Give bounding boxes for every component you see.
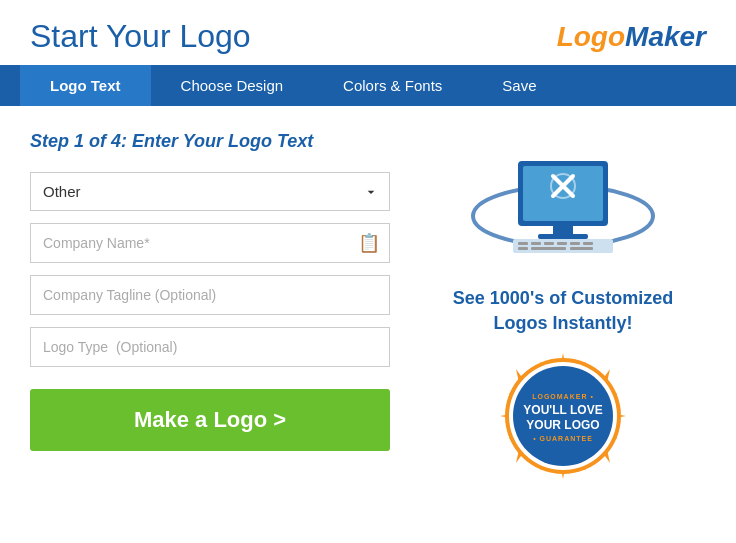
brand-maker-part: Maker bbox=[625, 21, 706, 52]
svg-text:YOUR LOGO: YOUR LOGO bbox=[526, 418, 599, 432]
promo-section: See 1000's of CustomizedLogos Instantly! bbox=[420, 131, 706, 481]
tab-save[interactable]: Save bbox=[472, 65, 566, 106]
svg-rect-13 bbox=[570, 242, 580, 245]
company-name-wrapper: 📋 bbox=[30, 223, 390, 263]
page-title: Start Your Logo bbox=[30, 18, 251, 55]
form-section: Step 1 of 4: Enter Your Logo Text Other … bbox=[30, 131, 390, 481]
svg-text:• GUARANTEE: • GUARANTEE bbox=[533, 435, 593, 442]
tagline-input[interactable] bbox=[30, 275, 390, 315]
main-content: Step 1 of 4: Enter Your Logo Text Other … bbox=[0, 106, 736, 506]
svg-rect-16 bbox=[531, 247, 566, 250]
svg-rect-10 bbox=[531, 242, 541, 245]
svg-text:LOGOMAKER •: LOGOMAKER • bbox=[532, 393, 594, 400]
guarantee-badge: LOGOMAKER • YOU'LL LOVE YOUR LOGO • GUAR… bbox=[498, 351, 628, 481]
svg-rect-11 bbox=[544, 242, 554, 245]
svg-text:YOU'LL LOVE: YOU'LL LOVE bbox=[523, 403, 602, 417]
svg-rect-7 bbox=[538, 234, 588, 239]
company-name-input[interactable] bbox=[30, 223, 390, 263]
tab-colors-fonts[interactable]: Colors & Fonts bbox=[313, 65, 472, 106]
svg-rect-8 bbox=[513, 239, 613, 253]
svg-rect-17 bbox=[570, 247, 593, 250]
svg-rect-9 bbox=[518, 242, 528, 245]
nav-tabs: Logo Text Choose Design Colors & Fonts S… bbox=[0, 65, 736, 106]
promo-text: See 1000's of CustomizedLogos Instantly! bbox=[453, 286, 673, 336]
svg-rect-12 bbox=[557, 242, 567, 245]
svg-rect-14 bbox=[583, 242, 593, 245]
step-title: Step 1 of 4: Enter Your Logo Text bbox=[30, 131, 390, 152]
logo-type-input[interactable] bbox=[30, 327, 390, 367]
logo-type-wrapper bbox=[30, 327, 390, 367]
brand-logo-part: Logo bbox=[557, 21, 625, 52]
tab-logo-text[interactable]: Logo Text bbox=[20, 65, 151, 106]
industry-select[interactable]: Other Technology Food & Restaurant Healt… bbox=[30, 172, 390, 211]
tab-choose-design[interactable]: Choose Design bbox=[151, 65, 314, 106]
badge-svg: LOGOMAKER • YOU'LL LOVE YOUR LOGO • GUAR… bbox=[498, 351, 628, 481]
page-header: Start Your Logo LogoMaker bbox=[0, 0, 736, 65]
svg-rect-15 bbox=[518, 247, 528, 250]
make-logo-button[interactable]: Make a Logo > bbox=[30, 389, 390, 451]
contact-card-icon: 📋 bbox=[358, 232, 380, 254]
brand-logo: LogoMaker bbox=[557, 21, 706, 53]
computer-illustration bbox=[463, 141, 663, 271]
tagline-wrapper bbox=[30, 275, 390, 315]
